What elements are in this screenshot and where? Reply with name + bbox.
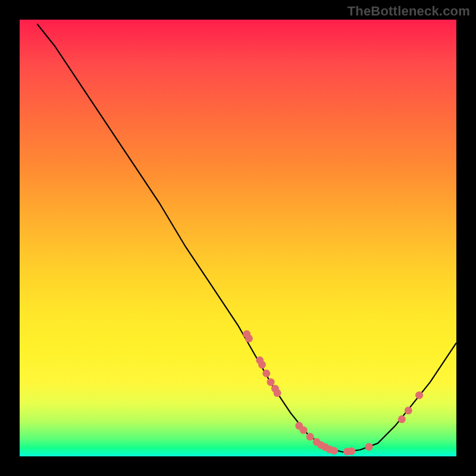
data-point (258, 361, 266, 368)
data-point (415, 392, 423, 399)
plot-area (20, 20, 456, 456)
data-point (274, 389, 281, 397)
bottleneck-curve (37, 24, 456, 452)
data-point (398, 415, 406, 423)
watermark-text: TheBottleneck.com (347, 4, 470, 19)
data-point (365, 443, 373, 450)
data-point (267, 378, 275, 386)
data-point (330, 447, 338, 455)
data-point (262, 369, 270, 377)
data-point (306, 433, 314, 441)
chart-frame: TheBottleneck.com (0, 0, 476, 476)
data-point (300, 427, 308, 434)
chart-svg (20, 20, 456, 456)
data-point (347, 447, 355, 455)
data-point (405, 406, 412, 414)
data-points-layer (243, 330, 423, 455)
data-point (245, 334, 253, 342)
